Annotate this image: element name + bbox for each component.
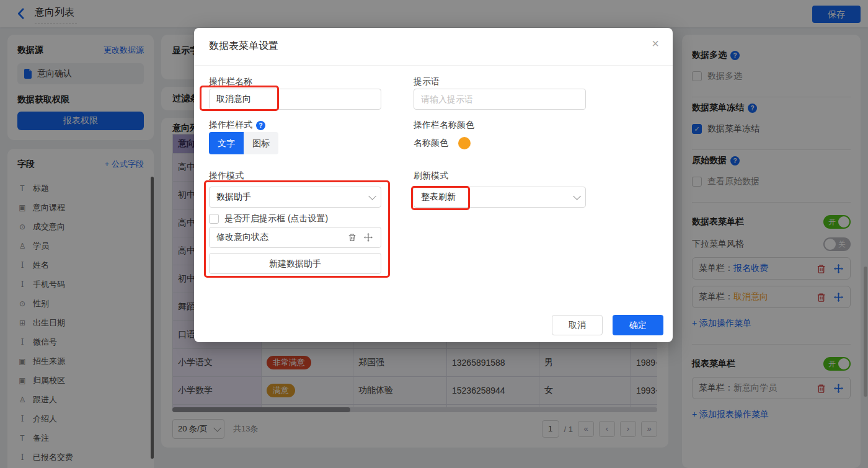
tip-input[interactable] (414, 89, 586, 110)
modal-title: 数据表菜单设置 (209, 40, 278, 53)
app-screen: 意向列表 保存 数据源 更改数据源 意向确认 数据获取权限 报表权限 字段 + … (0, 0, 868, 468)
style-option-icon[interactable]: 图标 (244, 132, 278, 154)
annotation-box-refresh-mode (411, 186, 470, 210)
color-swatch[interactable] (458, 137, 471, 149)
name-color-text: 名称颜色 (414, 138, 448, 149)
chevron-down-icon (573, 192, 581, 200)
cancel-button[interactable]: 取消 (552, 315, 603, 335)
divider (194, 65, 673, 66)
help-icon[interactable]: ? (256, 121, 265, 130)
name-color-label: 操作栏名称颜色 (414, 120, 474, 131)
annotation-box-mode-section (204, 180, 390, 278)
name-color-row: 名称颜色 (414, 137, 471, 149)
refresh-label: 刷新模式 (414, 170, 448, 182)
style-option-text[interactable]: 文字 (209, 132, 244, 154)
close-icon[interactable]: × (652, 37, 659, 51)
style-segmented-control: 文字 图标 (209, 132, 278, 154)
style-label-row: 操作栏样式 ? (209, 120, 265, 131)
annotation-box-action-name (200, 86, 279, 111)
style-label: 操作栏样式 (209, 120, 252, 131)
tip-label: 提示语 (414, 76, 440, 87)
confirm-button[interactable]: 确定 (613, 315, 663, 335)
window-scrollbar-thumb[interactable] (864, 267, 867, 397)
